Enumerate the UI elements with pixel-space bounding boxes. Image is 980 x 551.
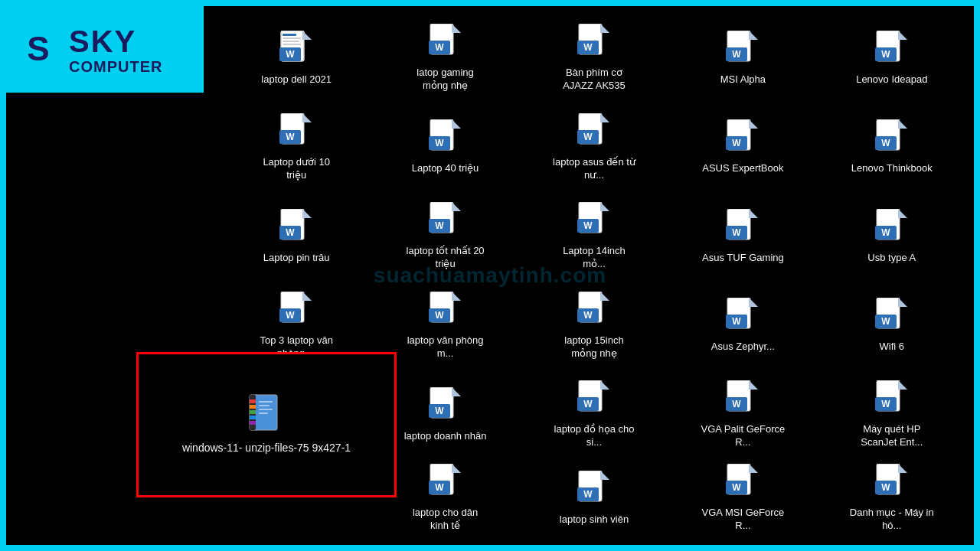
- svg-text:W: W: [881, 227, 890, 238]
- logo-icon: S: [15, 27, 61, 73]
- icon-laptop-duoi[interactable]: W Laptop dưới 10 triệu: [222, 103, 371, 191]
- icon-laptop-dohoа[interactable]: W laptop đồ họa cho si...: [520, 370, 668, 459]
- icon-label: laptop tốt nhất 20 triệu: [403, 245, 488, 271]
- icon-label: MSI Alpha: [720, 73, 766, 86]
- svg-marker-108: [600, 471, 609, 480]
- icon-label: laptop doanh nhân: [404, 430, 487, 443]
- word-doc-icon: W: [875, 209, 909, 247]
- word-doc-icon: W: [726, 209, 760, 247]
- icon-label: ASUS ExpertBook: [702, 162, 783, 175]
- word-doc-icon: W: [875, 119, 909, 158]
- icon-laptop-tot[interactable]: W laptop tốt nhất 20 triệu: [371, 192, 519, 281]
- svg-rect-122: [250, 399, 256, 403]
- svg-text:W: W: [733, 49, 742, 60]
- word-doc-icon: W: [279, 31, 313, 69]
- icon-vga-msi[interactable]: W VGA MSI GeForce R...: [668, 459, 817, 537]
- svg-rect-5: [283, 34, 296, 36]
- svg-text:W: W: [435, 406, 444, 416]
- svg-rect-129: [259, 409, 273, 410]
- icon-lenovo-thinkbook[interactable]: W Lenovo Thinkbook: [818, 103, 966, 191]
- word-doc-icon: W: [726, 380, 760, 419]
- icon-label: Asus Zephyr...: [711, 341, 775, 354]
- icon-laptop-14[interactable]: W Laptop 14inch mỏ...: [520, 192, 668, 281]
- word-doc-icon: W: [429, 24, 462, 62]
- svg-text:W: W: [435, 482, 444, 493]
- selected-zip-item[interactable]: windows-11- unzip-files-75 9x427-1: [136, 352, 397, 497]
- icon-label: VGA MSI GeForce R...: [701, 507, 785, 533]
- icon-label: Danh mục - Máy in hó...: [850, 507, 934, 533]
- icon-asus-tuf[interactable]: W Asus TUF Gaming: [668, 192, 817, 281]
- svg-text:W: W: [881, 49, 890, 60]
- svg-marker-36: [600, 113, 609, 122]
- logo-computer: COMPUTER: [69, 58, 162, 75]
- svg-marker-56: [600, 202, 609, 211]
- icon-laptop-asus[interactable]: W laptop asus đến từ nư...: [520, 103, 668, 191]
- icon-laptop-sinh-vien[interactable]: W laptop sinh viên: [520, 459, 668, 537]
- word-doc-icon: W: [875, 464, 909, 502]
- icon-laptop-40[interactable]: W Laptop 40 triệu: [371, 103, 519, 191]
- svg-marker-12: [452, 24, 461, 33]
- svg-text:W: W: [733, 138, 742, 148]
- icon-latop-gaming[interactable]: W latop gaming mỏng nhẹ: [371, 14, 519, 103]
- icon-label: laptop đồ họa cho si...: [552, 423, 636, 449]
- icon-label: Lenovo Ideapad: [856, 73, 927, 86]
- svg-marker-104: [452, 464, 461, 473]
- word-doc-icon: W: [875, 380, 909, 419]
- word-doc-icon: W: [279, 209, 313, 247]
- svg-text:W: W: [435, 310, 444, 321]
- svg-text:W: W: [881, 316, 890, 327]
- svg-text:W: W: [583, 399, 593, 409]
- icon-label: Lenovo Thinkbook: [851, 162, 933, 175]
- icon-danh-muc-may-in[interactable]: W Danh mục - Máy in hó...: [818, 459, 966, 537]
- icon-label: laptop văn phòng m...: [403, 334, 488, 360]
- icon-may-quet-hp[interactable]: W Máy quét HP ScanJet Ent...: [818, 370, 966, 459]
- svg-text:W: W: [583, 310, 593, 321]
- svg-rect-126: [250, 421, 256, 425]
- logo-area: S SKY COMPUTER: [6, 6, 204, 93]
- icon-label: Laptop 14inch mỏ...: [552, 245, 636, 271]
- svg-marker-112: [749, 464, 758, 473]
- word-doc-icon: W: [875, 31, 909, 69]
- svg-marker-68: [302, 292, 312, 301]
- word-doc-icon: W: [429, 202, 462, 240]
- icon-laptop-dell[interactable]: W laptop dell 2021: [222, 14, 371, 103]
- icon-label: Usb type A: [867, 252, 916, 265]
- word-doc-icon: W: [577, 292, 611, 330]
- icon-ban-phim[interactable]: W Bàn phím cơ AJAZZ AK535: [520, 14, 668, 103]
- svg-marker-28: [302, 113, 312, 122]
- svg-rect-127: [259, 401, 273, 403]
- logo-sky: SKY: [69, 24, 162, 58]
- svg-text:W: W: [733, 482, 742, 493]
- svg-marker-16: [600, 24, 609, 33]
- icon-lenovo-ideapad[interactable]: W Lenovo Ideapad: [818, 14, 966, 103]
- word-doc-icon: W: [577, 380, 611, 419]
- icon-label: Máy quét HP ScanJet Ent...: [850, 423, 934, 449]
- svg-marker-76: [600, 292, 609, 301]
- svg-marker-80: [749, 298, 758, 307]
- svg-rect-7: [283, 41, 299, 42]
- icon-laptop-pin[interactable]: W Laptop pin trâu: [222, 192, 371, 281]
- icon-vga-palit[interactable]: W VGA Palit GeForce R...: [668, 370, 817, 459]
- icon-label: Wifi 6: [880, 341, 905, 354]
- svg-marker-32: [452, 119, 461, 129]
- svg-text:W: W: [286, 227, 296, 238]
- word-doc-icon: W: [726, 298, 760, 336]
- word-doc-icon: W: [429, 464, 462, 502]
- word-doc-icon: W: [429, 119, 462, 158]
- word-doc-icon: W: [726, 464, 760, 502]
- icon-label: laptop asus đến từ nư...: [552, 156, 636, 182]
- icon-label: Laptop 40 triệu: [412, 162, 479, 175]
- icon-label: Laptop pin trâu: [263, 252, 330, 265]
- icon-label: Bàn phím cơ AJAZZ AK535: [552, 67, 636, 93]
- icon-msi-alpha[interactable]: W MSI Alpha: [668, 14, 817, 103]
- svg-text:W: W: [733, 316, 742, 327]
- icon-asus-expertbook[interactable]: W ASUS ExpertBook: [668, 103, 817, 191]
- word-doc-icon: W: [577, 202, 611, 240]
- svg-marker-48: [302, 209, 312, 218]
- icon-laptop-15[interactable]: W laptop 15inch mỏng nhẹ: [520, 281, 668, 370]
- icon-usb-type-a[interactable]: W Usb type A: [818, 192, 966, 281]
- svg-rect-130: [259, 412, 268, 414]
- icon-asus-zephyr[interactable]: W Asus Zephyr...: [668, 281, 817, 370]
- word-doc-icon: W: [429, 292, 462, 330]
- icon-wifi6[interactable]: W Wifi 6: [818, 281, 966, 370]
